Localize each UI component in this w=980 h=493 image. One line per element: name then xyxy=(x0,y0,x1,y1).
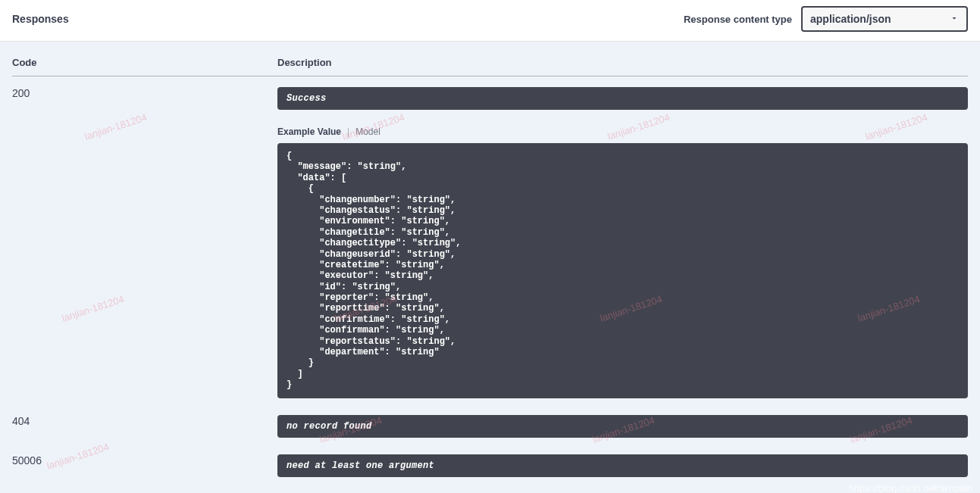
response-description: no record found xyxy=(277,415,968,438)
response-description-cell: need at least one argument xyxy=(277,444,968,483)
tab-example-value[interactable]: Example Value xyxy=(277,126,341,137)
column-header-code: Code xyxy=(12,57,277,76)
example-tabs: Example Value|Model xyxy=(277,126,968,137)
responses-header: Responses Response content type applicat… xyxy=(0,0,980,42)
tab-model[interactable]: Model xyxy=(355,126,380,137)
response-description-cell: no record found xyxy=(277,404,968,444)
content-type-value: application/json xyxy=(810,13,891,25)
chevron-down-icon xyxy=(950,13,959,25)
response-description-cell: SuccessExample Value|Model{ "message": "… xyxy=(277,76,968,404)
response-description: need at least one argument xyxy=(277,454,968,477)
response-code: 200 xyxy=(12,76,277,404)
responses-body: Code Description 200SuccessExample Value… xyxy=(0,42,980,493)
content-type-select[interactable]: application/json xyxy=(801,6,968,32)
example-value-block[interactable]: { "message": "string", "data": [ { "chan… xyxy=(277,143,968,398)
response-description: Success xyxy=(277,87,968,110)
table-row: 200SuccessExample Value|Model{ "message"… xyxy=(12,76,968,404)
tab-separator: | xyxy=(347,126,349,137)
response-code: 50006 xyxy=(12,444,277,483)
responses-table: Code Description 200SuccessExample Value… xyxy=(12,57,968,483)
column-header-description: Description xyxy=(277,57,968,76)
responses-title: Responses xyxy=(12,13,69,25)
content-type-label: Response content type xyxy=(684,14,792,25)
table-row: 50006need at least one argument xyxy=(12,444,968,483)
response-code: 404 xyxy=(12,404,277,444)
content-type-group: Response content type application/json xyxy=(684,6,968,32)
table-row: 404no record found xyxy=(12,404,968,444)
